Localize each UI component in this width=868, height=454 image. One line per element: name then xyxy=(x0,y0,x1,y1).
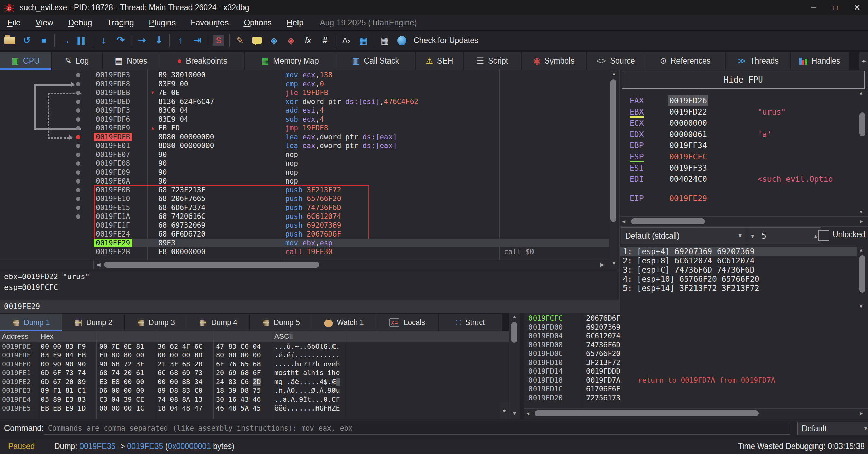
row-dot[interactable] xyxy=(76,206,80,210)
scroll-thumb[interactable] xyxy=(859,255,865,293)
hide-fpu-button[interactable]: Hide FPU xyxy=(622,71,865,89)
scroll-right-icon[interactable]: ▶ xyxy=(860,409,863,418)
hex-dump-row[interactable]: 0019FDE00 00 83 F900 7E 0E 8136 62 4F 6C… xyxy=(0,342,509,351)
disasm-row[interactable]: 0019FE018D80 00000000lea eax,dword ptr d… xyxy=(0,141,609,150)
tab-dump-4[interactable]: ▦Dump 4 xyxy=(187,314,249,331)
tab-references[interactable]: ⊙References xyxy=(645,52,725,70)
tab-log[interactable]: ✎Log xyxy=(52,52,102,70)
menu-view[interactable]: View xyxy=(28,15,61,30)
register-row-edx[interactable]: EDX00000061'a' xyxy=(620,129,858,139)
scroll-thumb[interactable] xyxy=(535,410,759,416)
row-dot[interactable] xyxy=(76,126,80,130)
menu-plugins[interactable]: Plugins xyxy=(142,15,183,30)
command-script-combo[interactable]: Default ▼ xyxy=(797,422,868,435)
stack-row[interactable]: 0019FD103F213F72 xyxy=(524,358,868,367)
tab-notes[interactable]: ▤Notes xyxy=(103,52,160,70)
disasm-row[interactable]: 0019FE2989E3mov ebx,esp xyxy=(0,239,609,247)
disasm-row[interactable]: 0019FDEB▼7E 0Ejle 19FDFB xyxy=(0,88,609,97)
disassembly-vscrollbar[interactable]: ▲ ▼ xyxy=(609,70,619,269)
menu-options[interactable]: Options xyxy=(236,15,279,30)
hex-dump-row[interactable]: 0019FE16D 6F 73 7468 74 20 616C 68 69 73… xyxy=(0,368,509,377)
tab-source[interactable]: <>Source xyxy=(587,52,645,70)
hex-dump-row[interactable]: 0019FE5EB EB E9 1D00 00 00 1C18 04 48 47… xyxy=(0,404,509,413)
disasm-row[interactable]: 0019FE1068 206F7665push 65766F20 xyxy=(0,194,609,203)
register-row-ebp[interactable]: EBP0019FF34 xyxy=(620,140,858,151)
spinner-down-icon[interactable]: ▼ xyxy=(751,233,754,239)
run-to-user-code-icon[interactable]: ⇥ xyxy=(189,32,206,49)
argument-row[interactable]: 3: [esp+C] 74736F6D 74736F6D xyxy=(620,265,857,275)
stack-row[interactable]: 0019FD0C65766F20 xyxy=(524,349,868,358)
arguments-vscrollbar[interactable]: ▲ ▼ xyxy=(858,247,866,312)
tab-dump-5[interactable]: ▦Dump 5 xyxy=(250,314,312,331)
tab-struct[interactable]: ∷Struct xyxy=(439,314,502,331)
disasm-row[interactable]: 0019FE0790nop xyxy=(0,150,609,159)
register-row-edi[interactable]: EDI004024C0<such_evil.Optio xyxy=(620,174,858,184)
scroll-thumb[interactable] xyxy=(610,79,616,222)
stack-row[interactable]: 0019FD180019FD7Areturn to 0019FD7A from … xyxy=(524,376,868,385)
disasm-row[interactable]: 0019FE1A68 7420616Cpush 6C612074 xyxy=(0,212,609,221)
argument-row[interactable]: 4: [esp+10] 65766F20 65766F20 xyxy=(620,275,857,284)
row-dot[interactable] xyxy=(76,117,80,122)
hex-dump-row[interactable]: 0019FDF83 E9 04 EBED 8D 80 0000 00 00 8D… xyxy=(0,351,509,360)
stack-row[interactable]: 0019FD046C612074 xyxy=(524,332,868,340)
argument-row[interactable]: 5: [esp+14] 3F213F72 3F213F72 xyxy=(620,284,857,293)
argument-count-spinner[interactable]: ▼ 5 ▲ xyxy=(747,227,821,244)
calling-convention-combo[interactable]: Default (stdcall) ▼ xyxy=(621,227,747,244)
disasm-row[interactable]: 0019FDF683E9 04sub ecx,4 xyxy=(0,115,609,124)
disassembly-hscrollbar[interactable]: ◀ ▶ xyxy=(0,260,609,269)
tab-cpu[interactable]: ▣CPU xyxy=(0,52,51,70)
row-dot[interactable] xyxy=(76,73,80,77)
hex-dump-row[interactable]: 0019FE405 89 E3 83C3 04 39 CE74 08 8A 13… xyxy=(0,395,509,404)
scroll-left-icon[interactable]: ◀ xyxy=(622,217,625,226)
disasm-row[interactable]: 0019FDE883F9 00cmp ecx,0 xyxy=(0,80,609,88)
unlocked-checkbox[interactable] xyxy=(818,230,829,241)
scroll-down-icon[interactable]: ▼ xyxy=(860,209,862,214)
row-dot[interactable] xyxy=(76,91,80,95)
scroll-thumb[interactable] xyxy=(631,218,705,224)
scroll-thumb[interactable] xyxy=(511,322,517,343)
execute-till-return-icon[interactable]: ↑ xyxy=(172,32,189,49)
font-icon[interactable]: A₂ xyxy=(338,32,355,49)
restart-icon[interactable]: ↺ xyxy=(18,32,35,49)
dump-size-link[interactable]: 0x00000001 xyxy=(168,442,211,451)
scroll-left-icon[interactable]: ◀ xyxy=(526,409,529,418)
animate-icon[interactable]: S xyxy=(210,32,227,49)
row-dot[interactable] xyxy=(76,82,80,86)
dump-vscrollbar[interactable]: ▲ ▼ xyxy=(509,313,520,419)
tab-threads[interactable]: ≫Threads xyxy=(726,52,790,70)
tab-seh[interactable]: ⚠SEH xyxy=(416,52,463,70)
disasm-row[interactable]: 0019FDF9▲EB EDjmp 19FDE8 xyxy=(0,124,609,133)
stack-hscrollbar[interactable]: ◀ ▶ xyxy=(524,408,868,418)
disasm-row[interactable]: 0019FDE3B9 38010000mov ecx,138 xyxy=(0,71,609,80)
row-dot[interactable] xyxy=(76,188,80,192)
step-into-icon[interactable]: ↓ xyxy=(95,32,112,49)
tab-locals[interactable]: x=Locals xyxy=(376,314,438,331)
disasm-row[interactable]: 0019FDED8136 624F6C47xor dword ptr ds:[e… xyxy=(0,97,609,106)
tab-call-stack[interactable]: ▥Call Stack xyxy=(336,52,415,70)
register-row-esi[interactable]: ESI0019FF33 xyxy=(620,163,858,173)
check-updates-label[interactable]: Check for Updates xyxy=(414,36,478,45)
scroll-up-icon[interactable]: ▲ xyxy=(512,314,517,319)
row-dot[interactable] xyxy=(76,144,80,148)
tab-dump-2[interactable]: ▦Dump 2 xyxy=(62,314,124,331)
maximize-button[interactable]: □ xyxy=(825,0,846,15)
trace-over-icon[interactable]: ⇓ xyxy=(150,32,167,49)
tab-memory-map[interactable]: ▦Memory Map xyxy=(245,52,336,70)
register-row-eax[interactable]: EAX0019FD26 xyxy=(620,95,858,106)
registers-hscrollbar[interactable]: ◀ ▶ xyxy=(620,216,868,227)
row-dot[interactable] xyxy=(76,170,80,175)
calculator-icon[interactable]: ▦ xyxy=(376,32,393,49)
menu-tracing[interactable]: Tracing xyxy=(100,15,141,30)
registers-vscrollbar[interactable]: ▲ ▼ xyxy=(858,90,866,216)
stack-row[interactable]: 0019FD1C61706F6E xyxy=(524,385,868,394)
hex-dump-row[interactable]: 0019FE26D 67 20 89E3 E8 00 0000 00 8B 34… xyxy=(0,377,509,386)
tab-breakpoints[interactable]: ●Breakpoints xyxy=(160,52,244,70)
hash-icon[interactable]: # xyxy=(317,32,333,49)
row-dot[interactable] xyxy=(76,161,80,166)
register-row-esp[interactable]: ESP0019FCFC xyxy=(620,152,858,162)
stack-row[interactable]: 0019FD0874736F6D xyxy=(524,340,868,349)
check-updates-icon[interactable] xyxy=(393,32,410,49)
disasm-row[interactable]: 0019FE1568 6D6F7374push 74736F6D xyxy=(0,203,609,212)
argument-row[interactable]: 1: [esp+4] 69207369 69207369 xyxy=(620,247,857,256)
tab-scroll-button[interactable]: ◂▸ xyxy=(859,52,868,70)
